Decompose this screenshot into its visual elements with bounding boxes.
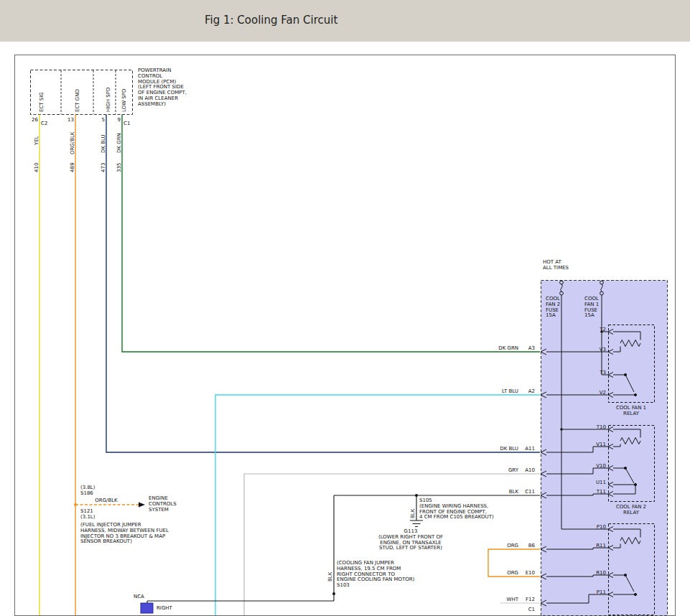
relay-edge-wire-labels: DK GRN A3 LT BLU A2 DK BLU A11 GRY A10 B… <box>498 345 535 612</box>
contact-dot <box>634 593 636 595</box>
s103-description: (COOLING FAN JUMPER HARNESS, 19.5 CM FRO… <box>337 561 414 589</box>
pin-u11: U11 <box>596 480 606 485</box>
pcm-signal-ect-sig: ECT SIG <box>39 92 45 112</box>
contact-dot <box>624 467 626 469</box>
wire-org-label-1: ORG <box>507 543 518 549</box>
circuit-410: 410 <box>34 163 39 172</box>
contact-dot <box>624 574 626 576</box>
cool-fan-2-fuse-label: COOL FAN 2 FUSE 15A <box>546 297 560 319</box>
pcm-signal-high-spd: HIGH SPD <box>106 88 111 112</box>
pcm-pin-5: 5 <box>102 117 105 123</box>
wire-org-label-2: ORG <box>507 570 518 576</box>
engine-controls-system-label: ENGINE CONTROLS SYSTEM <box>149 496 177 513</box>
wire-dkgrn-label: DK GRN <box>498 345 518 351</box>
pin-b6: B6 <box>528 543 536 549</box>
dkgrn-wire-335 <box>122 115 540 353</box>
circuit-473: 473 <box>101 163 106 172</box>
pcm-signal-low-spd: LOW SPD <box>121 89 127 112</box>
pcm-description: POWERTRAIN CONTROL MODULE (PCM) (LEFT FR… <box>138 68 187 108</box>
wire-color-yel: YEL <box>34 136 39 146</box>
contact-dot <box>634 483 636 485</box>
pin-a10: A10 <box>525 467 535 473</box>
s121-label: S121 (3.1L) <box>80 509 95 521</box>
wire-labels: YEL 410 ORG/BLK 489 DK BLU 473 DK GRN 33… <box>34 131 122 172</box>
wire-color-dkgrn: DK GRN <box>116 133 122 153</box>
pin-p10: P10 <box>597 524 606 530</box>
hot-at-all-times-label: HOT AT ALL TIMES <box>543 260 569 271</box>
pcm-outline <box>31 70 133 115</box>
pin-f12: F12 <box>526 597 535 602</box>
cool-fan-1-relay-label: COOL FAN 1 RELAY <box>607 406 655 417</box>
wire-wht-label: WHT <box>507 597 519 602</box>
engine-controls-arrowhead-icon <box>139 503 145 508</box>
pin-t2: T2 <box>599 327 606 332</box>
contact-dot <box>634 393 636 396</box>
blk-label-s105: BLK <box>410 508 416 518</box>
right-fan-label: RIGHT <box>157 605 173 611</box>
pin-r11: R11 <box>596 543 606 549</box>
splice-dot-s105 <box>415 494 418 497</box>
orgblk-splice-label: ORG/BLK <box>95 498 118 503</box>
pin-c11: C11 <box>525 489 535 495</box>
s121-description: (FUEL INJECTOR JUMPER HARNESS, MIDWAY BE… <box>80 523 169 545</box>
pin-v3: V3 <box>600 347 606 353</box>
dkblu-wire-473 <box>106 115 540 453</box>
right-fan-connector <box>141 603 153 613</box>
s186-label: (3.8L) S186 <box>80 485 95 497</box>
wire-blk-label: BLK <box>509 489 519 495</box>
wire-color-orgblk: ORG/BLK <box>70 131 75 154</box>
pin-a11: A11 <box>525 446 535 452</box>
splice-dot-s103 <box>332 592 335 595</box>
pcm-pin-9: 9 <box>118 117 121 123</box>
relay-center-box: T2 V3 T3 V2 T10 V11 V10 U11 T11 P10 R11 … <box>541 281 668 616</box>
wire-color-dkblu: DK BLU <box>101 134 106 153</box>
pin-a2: A2 <box>528 388 535 394</box>
pcm-connector-box: ECT SIG ECT GND HIGH SPD LOW SPD 26 13 5… <box>31 70 133 127</box>
pcm-connector-c2: C2 <box>41 121 47 126</box>
pcm-pin-13: 13 <box>67 117 74 123</box>
pcm-connector-c1: C1 <box>123 121 130 126</box>
circuit-335: 335 <box>116 163 122 172</box>
ground-symbol-g113 <box>410 521 423 527</box>
pin-v10: V10 <box>596 463 606 469</box>
pin-r10: R10 <box>596 570 606 576</box>
pcm-pin-26: 26 <box>32 117 38 123</box>
pin-a3: A3 <box>528 345 535 351</box>
pcm-signal-ect-gnd: ECT GND <box>75 89 80 112</box>
pin-t3: T3 <box>599 370 606 375</box>
circuit-489: 489 <box>70 163 75 172</box>
cooling-fan-circuit-page: Fig 1: Cooling Fan Circuit ECT SIG ECT G… <box>0 0 690 616</box>
wire-gry-label: GRY <box>508 467 519 473</box>
junction-dot <box>560 428 563 431</box>
pin-v2: V2 <box>600 390 606 396</box>
splice-dot-s186 <box>74 503 77 506</box>
contact-dot <box>624 373 626 375</box>
g113-description: G113 (LOWER RIGHT FRONT OF ENGINE, ON TR… <box>368 529 454 551</box>
cool-fan-2-relay-label: COOL FAN 2 RELAY <box>607 505 655 516</box>
blk-label-s103: BLK <box>327 571 333 582</box>
relay-connector-c1: C1 <box>528 607 535 612</box>
pin-v11: V11 <box>596 442 606 447</box>
nca-label: NCA <box>134 594 144 599</box>
s105-description: S105 (ENGINE WIRING HARNESS, FRONT OF EN… <box>419 498 494 521</box>
cool-fan-1-fuse-label: COOL FAN 1 FUSE 15A <box>584 297 599 319</box>
wire-dkblu-label: DK BLU <box>500 446 518 452</box>
pin-p11: P11 <box>597 589 606 595</box>
wire-ltblu-label: LT BLU <box>502 388 518 394</box>
pin-e10: E10 <box>526 570 535 576</box>
pin-t11: T11 <box>596 489 606 495</box>
pin-t10: T10 <box>596 424 606 430</box>
